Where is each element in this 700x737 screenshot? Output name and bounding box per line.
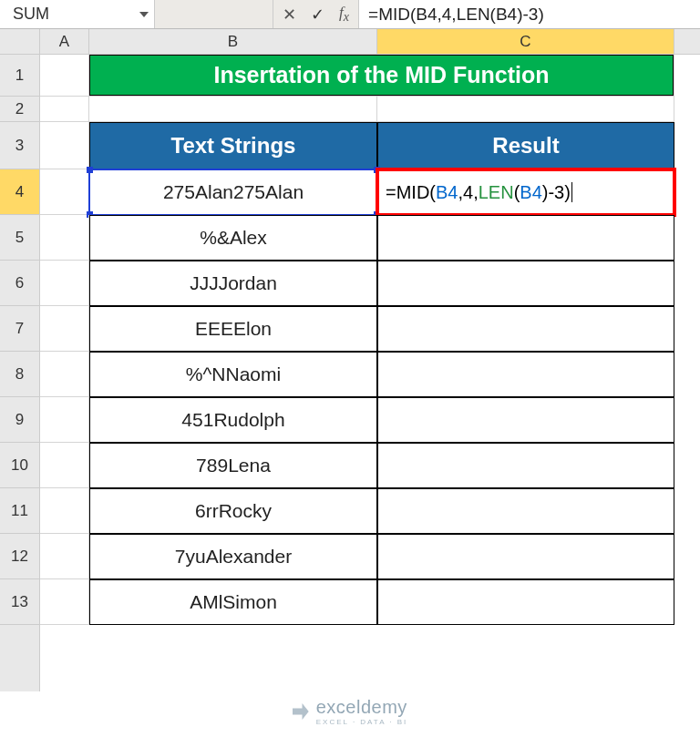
cell-c5[interactable] xyxy=(377,215,674,261)
table-row: EEEElon xyxy=(40,306,700,352)
spreadsheet-grid: 1 2 3 4 5 6 7 8 9 10 11 12 13 A B C Inse… xyxy=(0,29,700,691)
cell-b2[interactable] xyxy=(89,97,377,122)
table-row: 451Rudolph xyxy=(40,397,700,443)
brand-tag: EXCEL · DATA · BI xyxy=(316,718,408,726)
cell-b13[interactable]: AMlSimon xyxy=(89,579,377,625)
watermark-text: exceldemy EXCEL · DATA · BI xyxy=(316,697,408,726)
cell-b7[interactable]: EEEElon xyxy=(89,306,377,352)
table-row: %&Alex xyxy=(40,215,700,261)
cell-c4-editing[interactable]: =MID(B4,4,LEN(B4)-3) xyxy=(377,169,674,215)
col-header-a[interactable]: A xyxy=(40,29,89,54)
cell-c10[interactable] xyxy=(377,443,674,488)
row-header-5[interactable]: 5 xyxy=(0,215,39,261)
formula-seg: =MID( xyxy=(386,182,436,203)
cell-a5[interactable] xyxy=(40,215,89,261)
cell-c12[interactable] xyxy=(377,534,674,579)
table-row: AMlSimon xyxy=(40,579,700,625)
table-row: 275Alan275Alan =MID(B4,4,LEN(B4)-3) xyxy=(40,169,700,215)
table-row: %^NNaomi xyxy=(40,352,700,397)
cell-b4[interactable]: 275Alan275Alan xyxy=(89,169,377,215)
cell-a10[interactable] xyxy=(40,443,89,488)
row-header-11[interactable]: 11 xyxy=(0,488,39,534)
cell-a8[interactable] xyxy=(40,352,89,397)
formula-seg: ,4, xyxy=(458,182,478,203)
text-caret-icon xyxy=(571,182,572,202)
cell-a13[interactable] xyxy=(40,579,89,625)
row-header-6[interactable]: 6 xyxy=(0,261,39,306)
row-header-10[interactable]: 10 xyxy=(0,443,39,488)
cell-a2[interactable] xyxy=(40,97,89,122)
formula-seg: ( xyxy=(514,182,520,203)
cell-c9[interactable] xyxy=(377,397,674,443)
table-row: Insertation of the MID Function xyxy=(40,55,700,97)
formula-seg: B4 xyxy=(436,182,458,203)
cell-a3[interactable] xyxy=(40,122,89,169)
cell-c2[interactable] xyxy=(377,97,674,122)
formula-input[interactable]: =MID(B4,4,LEN(B4)-3) xyxy=(359,0,700,28)
formula-buttons: ✕ ✓ fx xyxy=(273,0,359,28)
col-header-c[interactable]: C xyxy=(377,29,674,54)
cell-a1[interactable] xyxy=(40,55,89,97)
cell-a11[interactable] xyxy=(40,488,89,534)
row-header-7[interactable]: 7 xyxy=(0,306,39,352)
grid-rows: Insertation of the MID Function Text Str… xyxy=(40,55,700,625)
cell-c8[interactable] xyxy=(377,352,674,397)
table-row: Text Strings Result xyxy=(40,122,700,169)
grid-main: A B C Insertation of the MID Function xyxy=(40,29,700,691)
cell-b12[interactable]: 7yuAlexander xyxy=(89,534,377,579)
col-header-b[interactable]: B xyxy=(89,29,377,54)
cancel-icon[interactable]: ✕ xyxy=(283,5,296,25)
cell-a7[interactable] xyxy=(40,306,89,352)
column-headers: A B C xyxy=(40,29,700,55)
row-header-4[interactable]: 4 xyxy=(0,169,39,215)
row-header-8[interactable]: 8 xyxy=(0,352,39,397)
name-box[interactable]: SUM xyxy=(0,0,155,28)
brand-logo-icon xyxy=(293,703,309,720)
row-header-2[interactable]: 2 xyxy=(0,97,39,122)
row-header-9[interactable]: 9 xyxy=(0,397,39,443)
cell-b10[interactable]: 789Lena xyxy=(89,443,377,488)
table-row: 6rrRocky xyxy=(40,488,700,534)
watermark: exceldemy EXCEL · DATA · BI xyxy=(0,697,700,726)
cell-a12[interactable] xyxy=(40,534,89,579)
cell-c1[interactable] xyxy=(377,55,674,97)
table-row: 789Lena xyxy=(40,443,700,488)
header-result[interactable]: Result xyxy=(377,122,674,169)
cell-b6[interactable]: JJJJordan xyxy=(89,261,377,306)
cell-c7[interactable] xyxy=(377,306,674,352)
formula-text: =MID(B4,4,LEN(B4)-3) xyxy=(368,5,544,25)
header-text-strings[interactable]: Text Strings xyxy=(89,122,377,169)
row-headers: 1 2 3 4 5 6 7 8 9 10 11 12 13 xyxy=(0,29,40,691)
formula-bar: SUM ✕ ✓ fx =MID(B4,4,LEN(B4)-3) xyxy=(0,0,700,29)
table-row xyxy=(40,97,700,122)
cell-b1[interactable]: Insertation of the MID Function xyxy=(89,55,377,97)
table-row: JJJJordan xyxy=(40,261,700,306)
confirm-icon[interactable]: ✓ xyxy=(311,5,324,25)
fx-icon[interactable]: fx xyxy=(339,4,349,25)
selection-handle-icon[interactable] xyxy=(87,167,93,173)
cell-b11[interactable]: 6rrRocky xyxy=(89,488,377,534)
cell-a6[interactable] xyxy=(40,261,89,306)
row-header-13[interactable]: 13 xyxy=(0,579,39,625)
select-all-corner[interactable] xyxy=(0,29,39,55)
table-row: 7yuAlexander xyxy=(40,534,700,579)
chevron-down-icon[interactable] xyxy=(139,12,149,17)
cell-b8[interactable]: %^NNaomi xyxy=(89,352,377,397)
name-box-value: SUM xyxy=(13,5,49,24)
cell-a4[interactable] xyxy=(40,169,89,215)
formula-seg: -3) xyxy=(548,182,570,203)
formula-seg: B4 xyxy=(520,182,541,203)
formula-seg: LEN xyxy=(479,182,514,203)
formula-seg: ) xyxy=(542,182,549,203)
cell-c13[interactable] xyxy=(377,579,674,625)
cell-b9[interactable]: 451Rudolph xyxy=(89,397,377,443)
cell-c11[interactable] xyxy=(377,488,674,534)
row-header-3[interactable]: 3 xyxy=(0,122,39,169)
row-header-12[interactable]: 12 xyxy=(0,534,39,579)
row-header-1[interactable]: 1 xyxy=(0,55,39,97)
cell-c6[interactable] xyxy=(377,261,674,306)
cell-a9[interactable] xyxy=(40,397,89,443)
brand-name: exceldemy xyxy=(316,697,407,717)
cell-b5[interactable]: %&Alex xyxy=(89,215,377,261)
formula-bar-gap xyxy=(155,0,273,28)
